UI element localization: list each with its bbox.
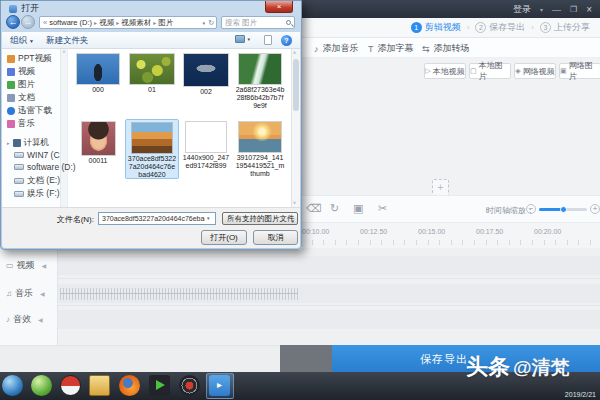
step-edit-video[interactable]: 1剪辑视频 — [411, 21, 461, 34]
add-transition-button[interactable]: ⇆ 添加转场 — [422, 42, 470, 55]
search-icon — [286, 20, 291, 25]
address-dropdown-icon[interactable]: ▾ — [203, 20, 206, 26]
dialog-close-button[interactable]: × — [265, 1, 293, 13]
music-note-icon: ♪ — [314, 44, 319, 54]
help-button[interactable]: ? — [281, 35, 292, 46]
close-button[interactable]: × — [586, 4, 592, 15]
search-box[interactable]: 搜索 图片 — [221, 16, 295, 29]
screen-recorder-icon[interactable] — [179, 375, 200, 396]
step-upload-share[interactable]: 3上传分享 — [540, 21, 590, 34]
add-music-button[interactable]: ♪ 添加音乐 — [314, 42, 359, 55]
zoom-slider-handle[interactable] — [560, 206, 567, 213]
filename-input[interactable] — [98, 212, 216, 225]
forward-button[interactable]: → — [21, 15, 35, 29]
speaker-icon[interactable]: ◀ — [40, 290, 45, 297]
new-folder-button[interactable]: 新建文件夹 — [46, 35, 89, 47]
file-item[interactable]: 00011 — [71, 119, 125, 179]
speaker-icon[interactable]: ◀ — [42, 262, 47, 269]
views-button[interactable]: ▾ — [235, 35, 250, 43]
videos-library-icon — [7, 68, 15, 76]
open-button[interactable]: 打开(O) — [201, 230, 247, 245]
filetype-select[interactable]: 所有支持的图片文件 ▾ — [222, 212, 298, 225]
overflow-chevron-icon[interactable]: « — [43, 18, 47, 27]
breadcrumb-folder[interactable]: 图片 — [158, 18, 173, 28]
nav-item-computer[interactable]: ▸计算机 — [7, 137, 49, 149]
file-list-scrollbar[interactable]: ˄ ˅ — [291, 49, 300, 207]
image-icon: ▢ — [470, 67, 477, 75]
firefox-icon[interactable] — [119, 375, 140, 396]
nav-item-ppt-video[interactable]: PPT视频 — [7, 53, 52, 65]
screen: 登录 ▾ — ❐ × 1剪辑视频 › 2保存导出 › 3上传分享 ♪ 添加音乐 — [0, 0, 600, 400]
windows-start-icon[interactable] — [2, 375, 23, 396]
chevron-down-icon[interactable]: ▾ — [540, 6, 543, 13]
file-explorer-icon[interactable] — [89, 375, 110, 396]
scrollbar-thumb[interactable] — [293, 59, 299, 111]
nav-item-videos[interactable]: 视频 — [7, 66, 35, 78]
file-item[interactable]: 39107294_1411954419521_mthumb — [233, 119, 287, 179]
split-icon[interactable]: ✂ — [378, 202, 387, 215]
nav-item-thunder-downloads[interactable]: 迅雷下载 — [7, 105, 52, 117]
minimize-button[interactable]: — — [552, 5, 561, 15]
file-item[interactable]: 1440x900_247ed91742f899 — [179, 119, 233, 179]
file-thumbnail — [132, 123, 172, 153]
dialog-title: 打开 — [9, 2, 39, 15]
local-image-button[interactable]: ▢本地图片 — [469, 63, 511, 79]
sound-track[interactable] — [58, 310, 600, 329]
file-item[interactable]: 2a68f27363e4b28f86b42b7b7f9e9f — [233, 51, 287, 109]
file-thumbnail — [239, 122, 281, 152]
login-button[interactable]: 登录 — [513, 3, 531, 16]
scroll-down-icon[interactable]: ˅ — [293, 200, 296, 206]
open-dialog: 打开 × ← → « software (D:) ▸ 视频 ▸ 视频素材 ▸ 图… — [0, 0, 302, 250]
cancel-button[interactable]: 取消 — [253, 230, 298, 245]
breadcrumb-drive[interactable]: software (D:) — [49, 18, 92, 27]
refresh-icon[interactable]: ↻ — [208, 19, 214, 27]
file-thumbnail — [239, 54, 281, 84]
media-player-icon[interactable] — [149, 375, 170, 396]
step-save-export[interactable]: 2保存导出 — [475, 21, 525, 34]
back-button[interactable]: ← — [6, 15, 20, 29]
file-list: 000 01 002 2a68f27363e4b28f86b42b7b7f9e9… — [69, 49, 291, 207]
rotate-icon[interactable]: ↻ — [330, 202, 339, 215]
file-item[interactable]: 002 — [179, 51, 233, 109]
downloader-icon[interactable] — [60, 375, 81, 396]
file-item-selected[interactable]: 370ace8df53227a20d464c76ebad4620 — [125, 119, 179, 179]
scroll-up-icon[interactable]: ˄ — [293, 50, 296, 56]
video-editor-icon[interactable]: ▸ — [209, 375, 230, 396]
nav-item-drive-e[interactable]: 文档 (E:) — [14, 175, 60, 187]
zoom-slider[interactable] — [539, 208, 587, 211]
expander-icon[interactable]: ▸ — [7, 140, 10, 146]
nav-item-documents[interactable]: 文档 — [7, 92, 35, 104]
video-track-icon: ▭ — [6, 261, 14, 270]
speaker-icon[interactable]: ◀ — [38, 316, 43, 323]
network-video-button[interactable]: ◈网络视频 — [514, 63, 556, 79]
file-item[interactable]: 000 — [71, 51, 125, 109]
maximize-button[interactable]: ❐ — [570, 5, 577, 14]
nav-item-pictures[interactable]: 图片 — [7, 79, 35, 91]
nav-item-drive-c[interactable]: WIN7 (C:) — [14, 150, 65, 160]
nav-item-drive-d[interactable]: software (D:) — [14, 162, 76, 172]
preview-pane-button[interactable] — [264, 35, 272, 45]
video-icon: ▷ — [425, 67, 430, 75]
video-track[interactable] — [58, 256, 600, 275]
nav-item-music[interactable]: 音乐 — [7, 118, 35, 130]
add-media-placeholder[interactable]: + — [432, 179, 449, 196]
chevron-down-icon[interactable]: ▾ — [207, 215, 210, 221]
delete-icon[interactable]: ⌫ — [306, 202, 322, 215]
download-icon — [7, 107, 15, 115]
file-thumbnail — [184, 54, 228, 86]
organize-menu[interactable]: 组织 ▼ — [10, 35, 34, 47]
zoom-out-icon[interactable]: − — [526, 204, 536, 214]
nav-item-drive-f[interactable]: 娱乐 (F:) — [14, 188, 60, 200]
breadcrumb-folder[interactable]: 视频素材 — [121, 18, 151, 28]
local-video-button[interactable]: ▷本地视频 — [424, 63, 466, 79]
zoom-in-icon[interactable]: + — [590, 204, 600, 214]
nav-scrollbar[interactable]: ˄ — [60, 49, 67, 207]
breadcrumb[interactable]: « software (D:) ▸ 视频 ▸ 视频素材 ▸ 图片 ▾ ↻ — [39, 16, 217, 29]
file-item[interactable]: 01 — [125, 51, 179, 109]
add-subtitle-button[interactable]: T 添加字幕 — [368, 42, 414, 55]
search-placeholder: 搜索 图片 — [225, 18, 257, 28]
breadcrumb-folder[interactable]: 视频 — [99, 18, 114, 28]
browser-icon[interactable] — [31, 375, 52, 396]
copy-icon[interactable]: ▣ — [353, 202, 363, 215]
network-image-button[interactable]: ▣网络图片 — [559, 63, 600, 79]
